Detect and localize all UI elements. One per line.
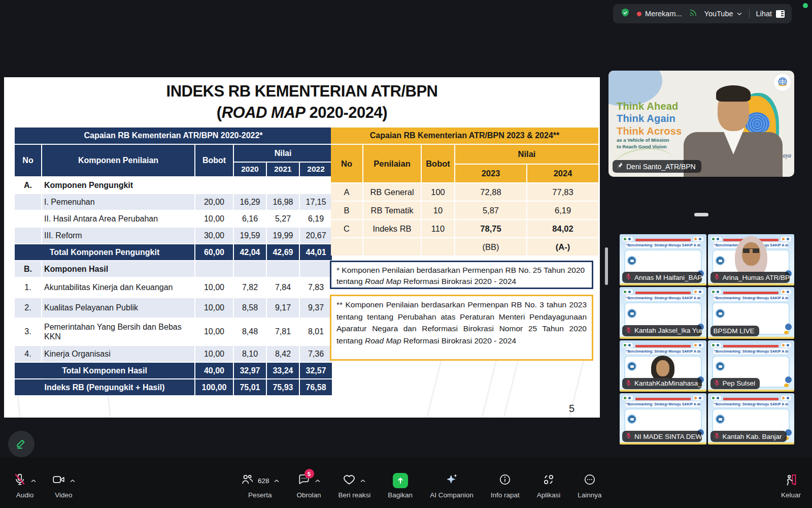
toolbar-label: Bagikan	[388, 491, 413, 499]
shared-screen-slide: INDEKS RB KEMENTERIAN ATR/BPN (ROAD MAP …	[4, 77, 600, 418]
table-capaian-2020-2022: Capaian RB Kementerian ATR/BPN 2020-2022…	[14, 126, 333, 396]
tile-banner-stripe	[723, 398, 779, 400]
toolbar-label: Aplikasi	[537, 491, 561, 499]
recording-indicator[interactable]: Merekam...	[637, 10, 682, 18]
participant-grid: “Benchmarking: Strategi Menuju SAKIP A d…	[620, 234, 794, 444]
table-row: ARB General10072,8877,83	[331, 183, 598, 201]
table-row: II. Hasil Antara Area Perubahan10,006,16…	[15, 211, 332, 227]
annotate-button[interactable]	[8, 431, 35, 457]
table-row: 1. Akuntabilitas Kinerja dan Keuangan10,…	[15, 278, 332, 297]
chevron-up-icon[interactable]	[70, 476, 76, 485]
table-row: III. Reform30,0019,5919,9920,67	[15, 228, 332, 243]
toolbar-button-ai-companion[interactable]: AI Companion	[430, 473, 473, 499]
tile-logo	[693, 237, 703, 241]
youtube-stream-menu[interactable]: YouTube	[704, 10, 742, 18]
toolbar-button-meeting-info[interactable]: Info rapat	[491, 473, 520, 499]
participant-name-tag: KantahKabMinahasa_S...	[622, 378, 702, 389]
tile-chat-logo	[716, 415, 725, 424]
toolbar-label: Audio	[16, 491, 34, 499]
chevron-up-icon[interactable]	[274, 476, 280, 485]
tile-footer-stripe	[620, 283, 706, 285]
table-row: BRB Tematik105,876,19	[331, 202, 598, 219]
chevron-down-icon	[736, 12, 742, 16]
tile-chat-logo	[716, 256, 725, 265]
mic-muted-icon	[625, 327, 632, 335]
pencil-icon	[15, 436, 28, 452]
participant-tile[interactable]: “Benchmarking: Strategi Menuju SAKIP A d…	[708, 340, 795, 392]
tile-chat-logo	[716, 309, 725, 318]
toolbar-button-audio[interactable]: Audio	[13, 473, 37, 499]
tile-logo	[623, 396, 633, 400]
more-icon	[583, 473, 596, 488]
tile-footer-stripe	[708, 283, 795, 285]
toolbar-button-more[interactable]: Lainnya	[578, 473, 601, 499]
table-title-row: Capaian RB Kementerian ATR/BPN 2020-2022…	[15, 128, 332, 144]
speaker-video-tile[interactable]: Think Ahead Think Again Think Across as …	[608, 71, 794, 177]
pin-icon	[616, 162, 623, 171]
toolbar-button-apps[interactable]: Aplikasi	[537, 473, 561, 499]
tile-chat-logo	[716, 362, 725, 371]
meeting-info-icon	[498, 473, 512, 488]
footnote-permenpan-3-2023: ** Komponen Penilaian berdasarkan Permen…	[330, 295, 593, 361]
toolbar-button-video[interactable]: Video	[52, 473, 76, 499]
participant-name: Kantah Kab. Banjar	[723, 433, 782, 440]
tile-mascot	[784, 376, 792, 388]
tile-banner-text: “Benchmarking: Strategi Menuju SAKIP A d…	[626, 348, 700, 354]
chevron-up-icon[interactable]	[360, 476, 366, 485]
toolbar-button-participants[interactable]: 628 Peserta	[241, 473, 280, 499]
tile-banner-stripe	[635, 398, 691, 400]
toolbar-button-chat[interactable]: 5 Obrolan	[297, 473, 321, 499]
table-title-row: Capaian RB Kementerian ATR/BPN 2023 & 20…	[331, 128, 598, 144]
apps-icon	[542, 473, 555, 488]
ai-companion-icon	[445, 472, 459, 489]
table-row: 3. Pemerintahan Yang Bersih dan Bebas KK…	[15, 319, 332, 345]
tile-banner-stripe	[723, 345, 779, 347]
participant-tile[interactable]: “Benchmarking: Strategi Menuju SAKIP A d…	[620, 340, 706, 392]
tile-logo	[781, 290, 791, 294]
participant-name-tag: Annas M Haifani_BAPP...	[622, 272, 702, 283]
participant-name: BPSDM LIVE	[714, 327, 755, 335]
footnote-permenpan-25-2020: * Komponen Penilaian berdasarkan Permenp…	[330, 261, 593, 289]
table-row: (BB)(A-)	[331, 238, 598, 256]
view-menu[interactable]: Lihat	[756, 10, 785, 18]
participant-tile[interactable]: “Benchmarking: Strategi Menuju SAKIP A d…	[620, 234, 706, 285]
tile-logo	[623, 343, 633, 347]
chevron-up-icon[interactable]	[315, 476, 321, 485]
mic-muted-icon	[714, 379, 720, 388]
participant-name: KantahKabMinahasa_S...	[634, 379, 702, 387]
reactions-icon	[343, 473, 356, 488]
participant-tile[interactable]: “Benchmarking: Strategi Menuju SAKIP A d…	[708, 287, 795, 338]
participants-scrollbar[interactable]	[605, 247, 608, 285]
toolbar-button-share[interactable]: Bagikan	[388, 473, 413, 499]
toolbar-label: Lainnya	[578, 491, 601, 499]
toolbar-button-reactions[interactable]: Beri reaksi	[339, 473, 371, 499]
view-layout-icon	[776, 10, 785, 18]
participant-name: NI MADE SINTA DEWI	[634, 433, 702, 440]
mic-muted-icon	[625, 273, 632, 281]
table-capaian-2023-2024: Capaian RB Kementerian ATR/BPN 2023 & 20…	[330, 126, 599, 257]
table-row: CIndeks RB11078,7584,02	[331, 220, 598, 237]
view-label: Lihat	[756, 10, 772, 18]
participant-tile[interactable]: “Benchmarking: Strategi Menuju SAKIP A d…	[708, 234, 795, 285]
tile-logo	[693, 396, 703, 400]
table-total-row: Indeks RB (Pengungkit + Hasil)100,0075,0…	[15, 379, 332, 395]
slide-title-line2: (ROAD MAP 2020-2024)	[4, 102, 600, 123]
tile-banner-text: “Benchmarking: Strategi Menuju SAKIP A d…	[626, 401, 700, 407]
panel-drag-handle[interactable]	[694, 213, 708, 216]
participant-name-tag: Kantah Jaksel_Ika Yuni...	[622, 325, 702, 336]
participant-tile[interactable]: “Benchmarking: Strategi Menuju SAKIP A d…	[708, 393, 795, 444]
tile-banner-stripe	[635, 292, 691, 294]
tile-logo	[781, 396, 791, 400]
youtube-label: YouTube	[704, 10, 733, 18]
toolbar-label: Video	[55, 491, 72, 499]
tile-banner-text: “Benchmarking: Strategi Menuju SAKIP A d…	[626, 295, 700, 301]
tile-logo	[781, 343, 791, 347]
participant-name-tag: Pep Sulsel	[710, 378, 760, 389]
divider	[749, 9, 750, 18]
participant-name: Annas M Haifani_BAPP...	[634, 274, 702, 281]
toolbar-label: Info rapat	[491, 491, 520, 499]
chevron-up-icon[interactable]	[30, 476, 37, 485]
participant-tile[interactable]: “Benchmarking: Strategi Menuju SAKIP A d…	[620, 287, 706, 338]
toolbar-button-leave[interactable]: Keluar	[781, 473, 801, 499]
participant-tile[interactable]: “Benchmarking: Strategi Menuju SAKIP A d…	[620, 393, 706, 444]
